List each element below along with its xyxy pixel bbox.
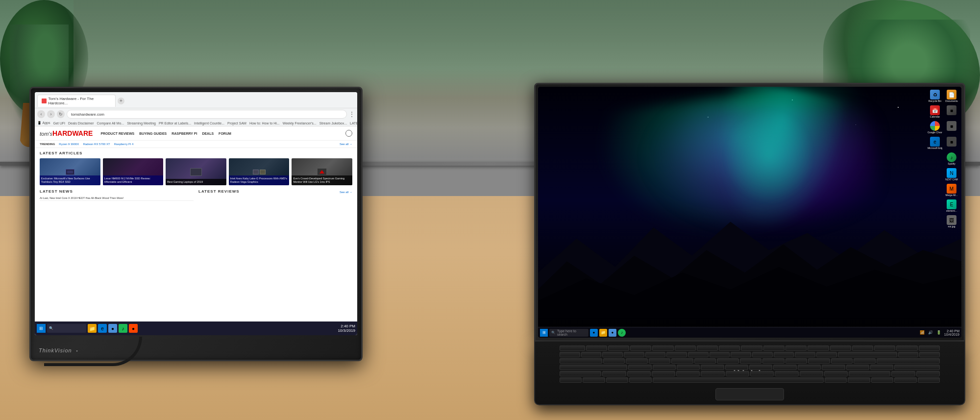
taskbar-reddit[interactable]: ● — [129, 324, 138, 333]
battery-icon[interactable]: 🔋 — [935, 329, 942, 336]
key-rbracket[interactable] — [854, 358, 875, 364]
bm-apps[interactable]: 📱 Apps — [37, 121, 50, 125]
key-slash[interactable] — [824, 371, 848, 376]
bm-streaming[interactable]: Streaming Meeting — [127, 122, 156, 125]
taskbar-chrome-btn[interactable]: ● — [609, 329, 616, 337]
key-esc[interactable] — [560, 346, 585, 351]
volume-icon[interactable]: 🔊 — [927, 329, 934, 336]
key-f2[interactable] — [608, 346, 629, 351]
key-end[interactable] — [898, 352, 919, 357]
see-all-trending[interactable]: See all → — [340, 143, 352, 146]
key-w[interactable] — [626, 358, 647, 364]
article-1[interactable]: Exclusive: Microsoft's New Surfaces Use … — [40, 158, 100, 185]
key-backspace[interactable] — [838, 352, 897, 357]
key-s[interactable] — [653, 365, 676, 370]
key-p[interactable] — [808, 358, 830, 364]
key-4[interactable] — [645, 352, 666, 357]
key-up[interactable] — [891, 371, 915, 376]
key-space[interactable] — [653, 377, 824, 383]
key-fn[interactable] — [583, 377, 605, 383]
key-period[interactable] — [800, 371, 823, 376]
key-m[interactable] — [750, 371, 774, 376]
key-2[interactable] — [602, 352, 623, 357]
new-tab-button[interactable]: + — [118, 98, 124, 104]
taskbar-edge[interactable]: e — [98, 324, 107, 333]
bm-weekly[interactable]: Weekly Freelancer's... — [283, 122, 317, 125]
windows-search-box[interactable]: 🔍 Type here to search — [549, 329, 588, 337]
key-q[interactable] — [603, 358, 625, 364]
reload-button[interactable]: ↻ — [57, 110, 65, 118]
forward-button[interactable]: › — [47, 110, 55, 118]
back-button[interactable]: ‹ — [37, 110, 45, 118]
key-f12[interactable] — [830, 346, 851, 351]
nav-buying-guides[interactable]: BUYING GUIDES — [139, 132, 167, 135]
key-pgdn[interactable] — [919, 352, 940, 357]
bm-howto[interactable]: How to: How to Hi... — [249, 122, 280, 125]
url-box[interactable]: tomshardware.com — [67, 110, 347, 119]
key-win[interactable] — [606, 377, 628, 383]
taskbar-search-left[interactable]: 🔍 — [47, 324, 86, 333]
windows-start-left[interactable]: ⊞ — [37, 324, 46, 333]
desktop-icon-unknown[interactable]: ■ — [945, 105, 958, 118]
desktop-icon-recycle[interactable]: ♻ Recycle Bin — [928, 90, 942, 102]
key-7[interactable] — [710, 352, 730, 357]
key-alt-l[interactable] — [629, 377, 651, 383]
key-f10[interactable] — [785, 346, 807, 351]
taskbar-chrome[interactable]: ● — [108, 324, 117, 333]
nav-raspberry[interactable]: RASPBERRY PI — [172, 132, 197, 135]
key-tilde[interactable] — [560, 352, 580, 357]
key-end2[interactable] — [916, 371, 940, 376]
nav-deals[interactable]: DEALS — [202, 132, 214, 135]
key-b[interactable] — [701, 371, 724, 376]
key-r[interactable] — [671, 358, 693, 364]
key-g[interactable] — [725, 365, 748, 370]
bm-stream[interactable]: Stream Jukebox... — [319, 122, 347, 125]
key-9[interactable] — [752, 352, 773, 357]
key-k[interactable] — [798, 365, 821, 370]
bm-disclaimer[interactable]: Deals Disclaimer — [68, 122, 94, 125]
article-3[interactable]: Best Gaming Laptops of 2019 — [166, 158, 226, 185]
key-a[interactable] — [628, 365, 651, 370]
key-f[interactable] — [701, 365, 724, 370]
desktop-icon-calendar[interactable]: 📅 Calendar — [928, 105, 942, 118]
key-z[interactable] — [602, 371, 626, 376]
key-5[interactable] — [666, 352, 687, 357]
desktop-icon-chrome[interactable]: Google Chrome — [928, 121, 942, 134]
key-3[interactable] — [624, 352, 644, 357]
windows-start-button[interactable]: ⊞ — [540, 329, 548, 337]
trending-radeon[interactable]: Radeon RX 5700 XT — [83, 143, 110, 146]
desktop-icon-docs[interactable]: 📄 Documents — [945, 90, 958, 102]
bm-latest[interactable]: LATEST: Page Plus... — [350, 122, 357, 125]
touchpad[interactable] — [715, 388, 784, 400]
key-y[interactable] — [717, 358, 738, 364]
key-f8[interactable] — [741, 346, 762, 351]
key-rshift[interactable] — [849, 371, 890, 376]
key-o[interactable] — [785, 358, 807, 364]
key-x[interactable] — [627, 371, 651, 376]
desktop-icon-element[interactable]: E element... — [945, 199, 958, 212]
key-f5[interactable] — [675, 346, 696, 351]
key-right[interactable] — [918, 377, 940, 383]
bm-ufi[interactable]: Get UFI — [53, 122, 66, 125]
key-f6[interactable] — [697, 346, 718, 351]
desktop-icon-spotify[interactable]: ♪ Spotify — [945, 152, 958, 165]
key-backslash[interactable] — [877, 358, 940, 364]
key-enter[interactable] — [894, 365, 940, 370]
key-del[interactable] — [852, 346, 873, 351]
key-h[interactable] — [749, 365, 772, 370]
key-caps[interactable] — [560, 365, 627, 370]
key-insert[interactable] — [874, 346, 895, 351]
key-equals[interactable] — [816, 352, 837, 357]
key-ctrl-l[interactable] — [560, 377, 582, 383]
key-u[interactable] — [740, 358, 761, 364]
bm-sam[interactable]: Project SAM — [227, 122, 246, 125]
key-l[interactable] — [822, 365, 845, 370]
article-2[interactable]: Lexar NM600 M.2 NVMe SSD Review: Afforda… — [103, 158, 164, 185]
key-f4[interactable] — [652, 346, 673, 351]
desktop-icon-edge[interactable]: e Microsoft Edge — [928, 137, 942, 149]
article-5[interactable]: Eve's Crowd-Developed Spectrum Gaming Mo… — [292, 158, 352, 185]
bm-compare[interactable]: Compare All Mo... — [97, 122, 124, 125]
key-f7[interactable] — [719, 346, 740, 351]
key-1[interactable] — [581, 352, 602, 357]
key-left[interactable] — [871, 377, 893, 383]
